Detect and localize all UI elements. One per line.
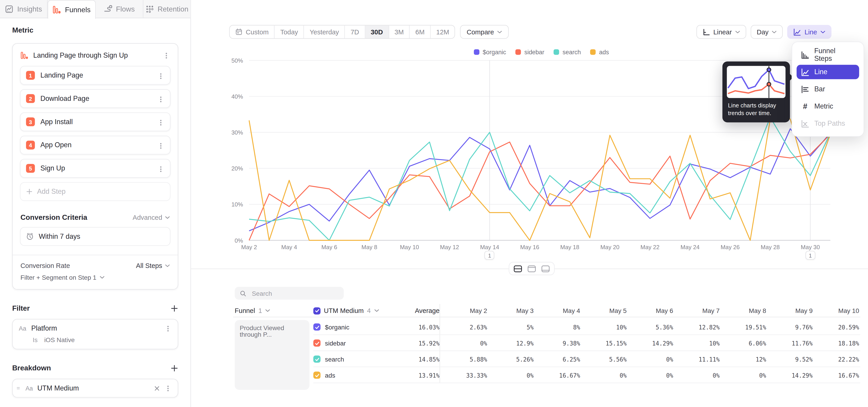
day-column-header[interactable]: May 4	[534, 304, 580, 317]
x-axis-label: May 10	[400, 244, 419, 250]
property-type-badge: Aa	[26, 385, 33, 392]
property-type-badge: Aa	[19, 325, 26, 332]
step-kebab-menu-icon[interactable]	[157, 95, 164, 102]
day-column-header[interactable]: May 6	[627, 304, 673, 317]
table-header: Funnel 1 UTM Medium 4 Average May 2May 3…	[233, 304, 860, 317]
funnel-group-cell[interactable]: Product Viewed through P...	[235, 320, 309, 390]
scale-dropdown[interactable]: Linear	[696, 25, 746, 39]
filter-card[interactable]: Aa Platform Is iOS Native	[12, 319, 178, 350]
day-column-header[interactable]: May 10	[813, 304, 859, 317]
step-number-badge: 3	[26, 117, 35, 126]
remove-breakdown-icon[interactable]	[154, 385, 160, 391]
layout-top-toggle[interactable]	[525, 264, 538, 273]
day-column-header[interactable]: May 2	[440, 304, 487, 317]
drag-handle-icon[interactable]	[16, 385, 21, 391]
step-label: Landing Page	[40, 71, 152, 79]
chart-type-dropdown[interactable]: Line	[787, 25, 831, 39]
layout-split-toggle[interactable]	[512, 264, 524, 273]
table-search[interactable]	[235, 287, 344, 300]
segment-column-header[interactable]: UTM Medium 4	[313, 304, 379, 317]
funnel-step-sign-up[interactable]: 5 Sign Up	[20, 159, 170, 178]
day-column-header[interactable]: May 8	[720, 304, 766, 317]
compare-button[interactable]: Compare	[460, 25, 509, 39]
step-kebab-menu-icon[interactable]	[157, 118, 164, 125]
range-today-button[interactable]: Today	[275, 26, 304, 38]
range-12m-button[interactable]: 12M	[431, 26, 455, 38]
day-column-header[interactable]: May 9	[766, 304, 813, 317]
series-name: ads	[325, 372, 335, 378]
day-value: 5.26%	[487, 351, 534, 367]
day-value: 5.56%	[580, 351, 627, 367]
day-column-header[interactable]: May 7	[673, 304, 720, 317]
table-row-ads[interactable]: ads13.91%33.33%0%16.67%0%0%0%0%14.29%16.…	[313, 367, 860, 383]
funnel-kebab-menu-icon[interactable]	[163, 52, 170, 59]
funnel-step-download-page[interactable]: 2 Download Page	[20, 89, 170, 108]
y-axis-label: 20%	[214, 165, 243, 171]
step-kebab-menu-icon[interactable]	[157, 72, 164, 79]
chevron-down-icon	[735, 30, 740, 33]
legend-item-ads[interactable]: ads	[590, 49, 609, 55]
range-label: 7D	[350, 28, 359, 36]
menu-item-line[interactable]: Line	[797, 65, 859, 80]
menu-item-funnel-steps[interactable]: Funnel Steps	[797, 48, 859, 62]
advanced-dropdown[interactable]: Advanced	[133, 214, 170, 221]
range-7d-button[interactable]: 7D	[345, 26, 365, 38]
breakdown-property-label: UTM Medium	[37, 384, 149, 392]
tab-flows[interactable]: Flows	[96, 0, 144, 18]
funnel-step-app-install[interactable]: 3 App Install	[20, 113, 170, 131]
annotation-badge[interactable]: 1	[805, 251, 815, 259]
series-line-search[interactable]	[249, 117, 830, 240]
add-filter-button[interactable]	[170, 304, 178, 312]
row-checkbox[interactable]	[313, 323, 320, 331]
day-column-header[interactable]: May 3	[487, 304, 534, 317]
funnel-step-app-open[interactable]: 4 App Open	[20, 136, 170, 154]
conversion-window-card[interactable]: Within 7 days	[20, 227, 170, 246]
filter-segment-dropdown[interactable]: Filter + Segment on Step 1	[21, 274, 170, 281]
series-line-organic[interactable]	[249, 129, 830, 231]
filter-segment-label: Filter + Segment on Step 1	[21, 274, 96, 281]
table-row-search[interactable]: search14.85%5.88%5.26%6.25%5.56%0%11.11%…	[313, 351, 860, 367]
range-3m-button[interactable]: 3M	[389, 26, 410, 38]
add-breakdown-button[interactable]	[170, 364, 178, 372]
filter-kebab-menu-icon[interactable]	[164, 325, 172, 332]
x-axis-label: May 6	[321, 244, 337, 250]
tab-insights[interactable]: Insights	[0, 0, 48, 18]
step-kebab-menu-icon[interactable]	[157, 165, 164, 172]
search-input[interactable]	[251, 289, 334, 297]
select-all-checkbox[interactable]	[313, 307, 320, 314]
range-6m-button[interactable]: 6M	[410, 26, 431, 38]
day-column-header[interactable]: May 5	[580, 304, 627, 317]
table-row-sidebar[interactable]: sidebar15.92%0%12.9%9.38%15.15%14.29%10%…	[313, 335, 860, 351]
interval-dropdown[interactable]: Day	[751, 25, 783, 39]
layout-bottom-toggle[interactable]	[539, 264, 552, 273]
menu-item-metric[interactable]: #Metric	[797, 99, 859, 114]
series-line-ads[interactable]	[249, 119, 830, 240]
table-row-organic[interactable]: $organic16.03%2.63%5%8%10%5.36%12.82%19.…	[313, 319, 860, 335]
legend-item-sidebar[interactable]: sidebar	[515, 49, 544, 55]
day-value: 14.29%	[627, 335, 673, 351]
legend-item-organic[interactable]: $organic	[474, 49, 506, 55]
day-value: 33.33%	[440, 367, 487, 383]
breakdown-card[interactable]: Aa UTM Medium	[12, 379, 178, 398]
funnel-step-landing-page[interactable]: 1 Landing Page	[20, 66, 170, 85]
legend-item-search[interactable]: search	[554, 49, 581, 55]
step-label: App Open	[40, 141, 152, 149]
menu-item-bar[interactable]: Bar	[797, 82, 859, 96]
x-axis-label: May 30	[801, 244, 820, 250]
funnel-column-header[interactable]: Funnel 1	[235, 304, 270, 317]
row-checkbox[interactable]	[313, 372, 320, 379]
step-kebab-menu-icon[interactable]	[157, 142, 164, 149]
breakdown-kebab-menu-icon[interactable]	[164, 385, 172, 392]
legend-label: search	[563, 49, 581, 55]
annotation-badge[interactable]: 1	[485, 251, 495, 259]
all-steps-dropdown[interactable]: All Steps	[136, 262, 170, 270]
row-checkbox[interactable]	[313, 339, 320, 347]
row-checkbox[interactable]	[313, 355, 320, 363]
tab-retention[interactable]: Retention	[143, 0, 190, 18]
range-custom-button[interactable]: Custom	[230, 26, 275, 38]
range-yesterday-button[interactable]: Yesterday	[304, 26, 345, 38]
average-column-header[interactable]: Average	[390, 304, 439, 317]
range-30d-button[interactable]: 30D	[365, 26, 389, 38]
add-step-button[interactable]: Add Step	[20, 182, 170, 201]
tab-funnels[interactable]: Funnels	[48, 0, 96, 19]
